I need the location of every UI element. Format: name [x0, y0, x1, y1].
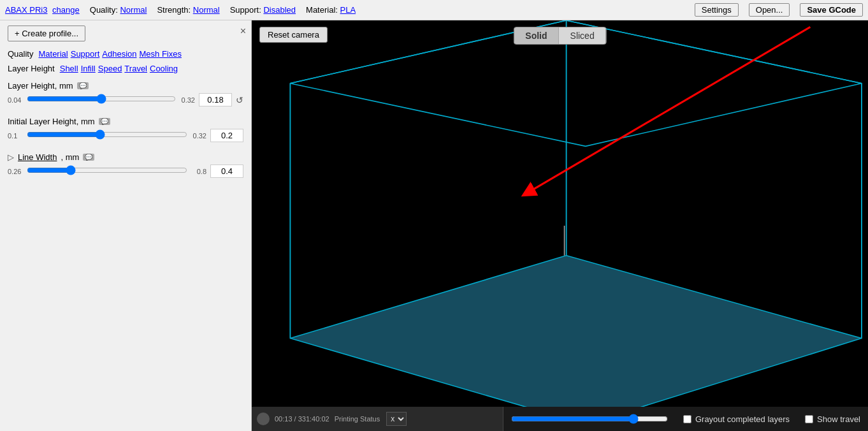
quality-row-label: Quality — [8, 49, 33, 59]
layer-height-label-row: Layer Height, mm 💬 — [8, 81, 243, 91]
bottom-dropdown-wrap: Printing Status x y z — [335, 412, 407, 426]
tab-infill[interactable]: Infill — [81, 64, 96, 73]
line-width-comment-icon[interactable]: 💬 — [83, 154, 94, 161]
bottom-bar: 00:13 / 331:40:02 Printing Status x y z — [252, 407, 868, 431]
line-width-slider[interactable] — [27, 165, 187, 175]
initial-layer-height-label-text: Initial Layer Height, mm — [8, 117, 95, 126]
tab-shell[interactable]: Shell — [60, 64, 78, 73]
bottom-timestamp: 00:13 / 331:40:02 — [275, 415, 329, 423]
line-width-expand-icon[interactable]: ▷ — [8, 152, 14, 162]
3d-box-wireframe — [252, 20, 868, 431]
layer-height-slider[interactable] — [27, 94, 176, 104]
line-width-setting: ▷ Line Width , mm 💬 0.26 0.8 — [8, 152, 243, 178]
initial-layer-height-max: 0.32 — [191, 132, 206, 140]
support-value-link[interactable]: Disabled — [263, 5, 296, 15]
change-link[interactable]: change — [52, 5, 80, 15]
layer-height-label-text: Layer Height, mm — [8, 81, 73, 91]
layer-height-row-label: Layer Height — [8, 64, 55, 73]
printing-status-text: Printing Status — [335, 415, 380, 423]
bottom-right-controls: Grayout completed layers Show travel — [503, 414, 868, 424]
layer-height-tab-row: Layer Height Shell Infill Speed Travel C… — [0, 61, 251, 76]
open-button[interactable]: Open... — [749, 3, 790, 17]
reset-camera-button[interactable]: Reset camera — [259, 27, 328, 43]
layer-slider-wrap — [511, 416, 668, 421]
show-travel-checkbox-group: Show travel — [805, 414, 860, 424]
line-width-slider-row: 0.26 0.8 — [8, 164, 243, 178]
strength-value-link[interactable]: Normal — [193, 5, 220, 15]
quality-label: Quality: — [90, 5, 118, 15]
support-prop: Support: Disabled — [230, 5, 296, 15]
layer-axis-select[interactable]: x y z — [386, 412, 407, 426]
line-width-unit: , mm — [61, 152, 79, 162]
initial-layer-height-label-row: Initial Layer Height, mm 💬 — [8, 117, 243, 126]
line-width-label-text: Line Width — [18, 152, 57, 162]
grayout-checkbox[interactable] — [683, 415, 691, 423]
view-toggle: Solid Sliced — [513, 27, 606, 45]
strength-prop: Strength: Normal — [157, 5, 219, 15]
initial-layer-height-comment-icon[interactable]: 💬 — [99, 118, 110, 125]
show-travel-checkbox[interactable] — [805, 415, 813, 423]
initial-layer-height-setting: Initial Layer Height, mm 💬 0.1 0.32 — [8, 117, 243, 142]
material-label: Material: — [306, 5, 338, 15]
bottom-left-status: 00:13 / 331:40:02 Printing Status x y z — [252, 407, 503, 431]
line-width-max: 0.8 — [191, 168, 206, 175]
brand-name: ABAX PRi3 change — [5, 5, 80, 15]
close-panel-button[interactable]: × — [240, 26, 246, 37]
layer-height-setting: Layer Height, mm 💬 0.04 0.32 ↺ — [8, 81, 243, 106]
layer-height-max: 0.32 — [180, 96, 195, 104]
save-gcode-button[interactable]: Save GCode — [800, 3, 863, 17]
strength-label: Strength: — [157, 5, 191, 15]
initial-layer-height-min: 0.1 — [8, 132, 23, 140]
tab-travel[interactable]: Travel — [124, 64, 147, 73]
tab-material[interactable]: Material — [38, 49, 68, 59]
quality-tab-row: Quality Material Support Adhesion Mesh F… — [0, 47, 251, 61]
show-travel-label: Show travel — [817, 414, 860, 424]
status-indicator — [257, 413, 270, 425]
line-width-label-row: ▷ Line Width , mm 💬 — [8, 152, 243, 162]
material-prop: Material: PLA — [306, 5, 356, 15]
line-width-min: 0.26 — [8, 168, 23, 175]
sliced-view-button[interactable]: Sliced — [559, 27, 606, 44]
initial-layer-height-slider-wrap — [27, 129, 187, 142]
layer-height-comment-icon[interactable]: 💬 — [77, 82, 89, 89]
line-width-input[interactable] — [210, 164, 243, 178]
tab-cooling[interactable]: Cooling — [150, 64, 178, 73]
layer-slider[interactable] — [511, 416, 668, 421]
initial-layer-height-input[interactable] — [210, 129, 243, 142]
layer-height-input[interactable] — [199, 93, 232, 106]
main-layout: × + Create profile... Quality Material S… — [0, 20, 868, 431]
tab-adhesion[interactable]: Adhesion — [102, 49, 136, 59]
tab-support[interactable]: Support — [71, 49, 100, 59]
layer-height-slider-wrap — [27, 94, 176, 106]
tab-speed[interactable]: Speed — [98, 64, 122, 73]
grayout-checkbox-group: Grayout completed layers — [683, 414, 790, 424]
brand-text: ABAX PRi3 — [5, 5, 47, 15]
grayout-label: Grayout completed layers — [695, 414, 790, 424]
material-value-link[interactable]: PLA — [340, 5, 356, 15]
layer-height-reset-button[interactable]: ↺ — [236, 95, 243, 105]
initial-layer-height-slider[interactable] — [27, 129, 187, 140]
left-panel: × + Create profile... Quality Material S… — [0, 20, 252, 431]
support-label: Support: — [230, 5, 261, 15]
initial-layer-height-slider-row: 0.1 0.32 — [8, 129, 243, 142]
topbar: ABAX PRi3 change Quality: Normal Strengt… — [0, 0, 868, 20]
solid-view-button[interactable]: Solid — [514, 27, 558, 44]
quality-value-link[interactable]: Normal — [120, 5, 147, 15]
tab-mesh-fixes[interactable]: Mesh Fixes — [139, 49, 181, 59]
settings-area: Layer Height, mm 💬 0.04 0.32 ↺ Initial L… — [0, 76, 251, 193]
3d-viewport[interactable]: Reset camera Solid Sliced — [252, 20, 868, 431]
quality-prop: Quality: Normal — [90, 5, 147, 15]
svg-marker-0 — [290, 256, 861, 425]
line-width-slider-wrap — [27, 165, 187, 177]
layer-height-min: 0.04 — [8, 96, 23, 104]
create-profile-button[interactable]: + Create profile... — [8, 26, 85, 41]
settings-button[interactable]: Settings — [695, 3, 739, 17]
layer-height-slider-row: 0.04 0.32 ↺ — [8, 93, 243, 106]
